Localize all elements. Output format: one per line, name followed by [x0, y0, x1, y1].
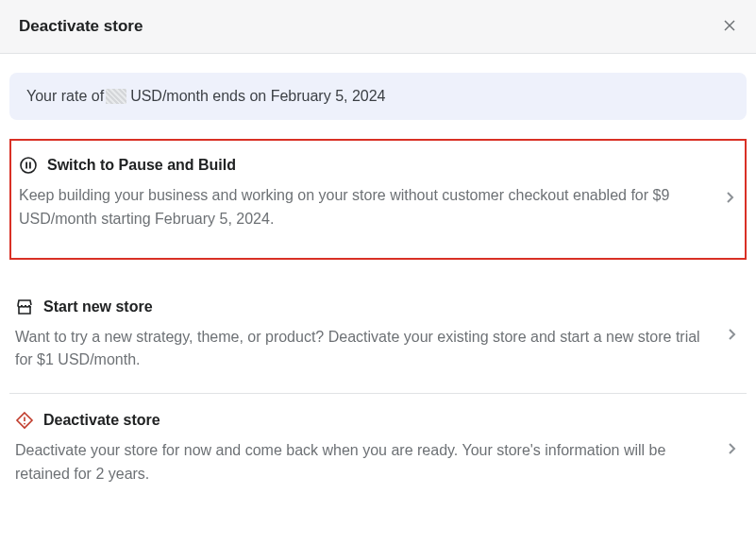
rate-suffix: USD/month ends on February 5, 2024 — [130, 88, 385, 105]
store-icon — [15, 298, 34, 316]
close-button[interactable] — [722, 17, 737, 36]
option-title: Switch to Pause and Build — [47, 157, 236, 174]
option-header: Start new store — [15, 298, 741, 316]
chevron-right-icon — [728, 441, 737, 460]
dialog-content: Your rate of USD/month ends on February … — [0, 54, 756, 515]
option-description: Keep building your business and working … — [19, 184, 737, 231]
dialog-title: Deactivate store — [19, 17, 143, 36]
chevron-right-icon — [726, 190, 735, 209]
option-deactivate-store[interactable]: Deactivate store Deactivate your store f… — [9, 393, 747, 507]
chevron-right-icon — [728, 327, 737, 346]
close-icon — [722, 16, 737, 37]
dialog-header: Deactivate store — [0, 0, 756, 54]
rate-redacted — [106, 89, 126, 104]
svg-point-7 — [24, 423, 25, 425]
option-header: Deactivate store — [15, 411, 741, 430]
option-title: Deactivate store — [43, 412, 160, 429]
svg-rect-3 — [25, 162, 27, 169]
warning-icon — [15, 411, 34, 430]
option-header: Switch to Pause and Build — [19, 156, 737, 175]
svg-rect-4 — [29, 162, 31, 169]
pause-icon — [19, 156, 38, 175]
option-title: Start new store — [43, 298, 153, 315]
option-description: Want to try a new strategy, theme, or pr… — [15, 326, 741, 373]
option-start-new-store[interactable]: Start new store Want to try a new strate… — [9, 281, 747, 394]
rate-banner: Your rate of USD/month ends on February … — [9, 73, 747, 120]
rate-prefix: Your rate of — [26, 88, 104, 105]
option-description: Deactivate your store for now and come b… — [15, 439, 741, 486]
option-pause-and-build[interactable]: Switch to Pause and Build Keep building … — [9, 139, 747, 260]
svg-point-2 — [21, 158, 36, 173]
